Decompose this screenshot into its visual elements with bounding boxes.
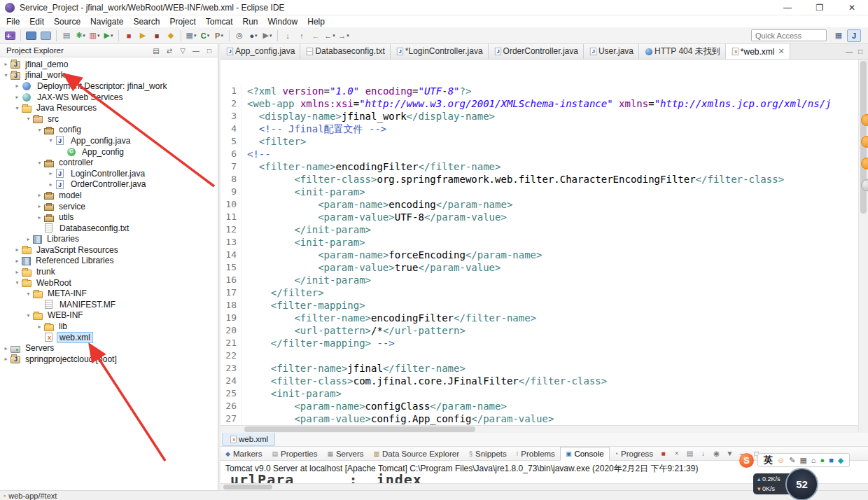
menu-navigate[interactable]: Navigate <box>85 17 128 27</box>
expand-arrow-icon[interactable]: ▸ <box>35 324 44 330</box>
tree-item-databaseconfig-txt[interactable]: Databaseconfig.txt <box>0 223 218 234</box>
collapse-arrow-icon[interactable]: ▾ <box>46 137 55 144</box>
menu-tomcat[interactable]: Tomcat <box>201 17 238 27</box>
code-line[interactable]: 23 <filter-name>jfinal</filter-name> <box>220 362 858 375</box>
code-line[interactable]: 1<?xml version="1.0" encoding="UTF-8"?> <box>220 85 858 97</box>
code-line[interactable]: 6<!-- <box>220 148 858 160</box>
editor-tab-user-java[interactable]: User.java <box>584 44 639 59</box>
minimize-view-icon[interactable]: — <box>190 46 202 56</box>
run-icon[interactable]: ▶▾ <box>102 29 115 41</box>
booster-score-widget[interactable]: 52 <box>785 468 818 500</box>
code-line[interactable]: 21 </filter-mapping> --> <box>220 337 858 349</box>
external-tools-icon[interactable]: ▶▾ <box>261 29 274 41</box>
keyboard-icon[interactable]: ▦ <box>799 456 806 465</box>
code-line[interactable]: 17 </filter> <box>220 286 858 299</box>
code-line[interactable]: 20 <url-pattern>/*</url-pattern> <box>220 324 858 337</box>
console-tab-servers[interactable]: ▦Servers <box>322 447 368 461</box>
code-line[interactable]: 13 <init-param> <box>220 236 858 249</box>
new-class-icon[interactable]: C▾ <box>199 29 211 41</box>
tree-item-servers[interactable]: ▸Servers <box>0 342 218 354</box>
code-line[interactable]: 15 <param-value>true</param-value> <box>220 261 858 274</box>
new-java-project-icon[interactable]: ▦▾ <box>185 29 197 41</box>
editor-bottom-tab[interactable]: web.xml <box>222 433 275 446</box>
code-line[interactable]: 14 <param-name>forceEncoding</param-name… <box>220 249 858 261</box>
new-package-icon[interactable]: P▾ <box>213 29 225 41</box>
tomcat-stop-icon[interactable]: ■ <box>150 29 163 41</box>
editor-tab-ordercontroller-java[interactable]: OrderController.java <box>489 44 584 59</box>
search-icon[interactable]: ●▾ <box>247 29 260 41</box>
code-line[interactable]: 8 <filter-class>org.springframework.web.… <box>220 173 858 186</box>
minimize-view-icon[interactable]: — <box>844 46 855 57</box>
back-icon[interactable]: ←▾ <box>323 29 336 41</box>
maximize-view-icon[interactable]: □ <box>204 46 215 56</box>
menu-run[interactable]: Run <box>238 17 263 27</box>
tomcat-start-icon[interactable]: ▶ <box>136 29 149 41</box>
tomcat-restart-icon[interactable]: ◆ <box>164 29 177 41</box>
next-annotation-icon[interactable]: ↓ <box>281 29 294 41</box>
expand-arrow-icon[interactable]: ▸ <box>1 356 10 362</box>
display-selected-console-icon[interactable]: ▼ <box>724 448 735 459</box>
previous-annotation-icon[interactable]: ↑ <box>295 29 308 41</box>
tree-item-meta-inf[interactable]: ▾META-INF <box>0 288 218 299</box>
save-icon[interactable] <box>26 32 36 40</box>
expand-arrow-icon[interactable]: ▸ <box>13 246 22 253</box>
code-line[interactable]: 24 <filter-class>com.jfinal.core.JFinalF… <box>220 375 858 387</box>
expand-arrow-icon[interactable]: ▸ <box>13 269 22 275</box>
tree-item-jfinal-work[interactable]: ▾jfinal_work <box>0 70 218 81</box>
open-type-icon[interactable]: ◎ <box>233 29 246 41</box>
handwriting-icon[interactable]: ✎ <box>789 456 795 465</box>
tree-item-javascript-resources[interactable]: ▸JavaScript Resources <box>0 244 218 256</box>
console-tab-properties[interactable]: ▤Properties <box>267 447 322 461</box>
forward-icon[interactable]: →▾ <box>337 29 350 41</box>
javaee-perspective-icon[interactable]: J <box>847 29 861 42</box>
blue-app-icon[interactable]: ■ <box>829 456 834 464</box>
console-tab-snippets[interactable]: §Snippets <box>464 447 512 461</box>
code-line[interactable]: 25 <init-param> <box>220 387 858 400</box>
menu-help[interactable]: Help <box>302 17 330 27</box>
tree-item-manifest-mf[interactable]: MANIFEST.MF <box>0 299 218 310</box>
tree-item-libraries[interactable]: ▸Libraries <box>0 234 218 245</box>
tree-item-src[interactable]: ▾src <box>0 113 218 125</box>
emoji-icon[interactable]: ☺ <box>777 456 785 464</box>
tree-item-config[interactable]: ▾config <box>0 125 218 136</box>
expand-arrow-icon[interactable]: ▸ <box>1 345 10 352</box>
editor-tab-web-xml[interactable]: *web.xml✕ <box>726 44 790 59</box>
collapse-arrow-icon[interactable]: ▾ <box>24 116 33 122</box>
menu-project[interactable]: Project <box>164 17 200 27</box>
tree-item-webroot[interactable]: ▾WebRoot <box>0 277 218 289</box>
console-tab-data-source-explorer[interactable]: ▥Data Source Explorer <box>369 447 464 461</box>
tree-item-jfinal-demo[interactable]: ▸jfinal_demo <box>0 59 218 70</box>
expand-arrow-icon[interactable]: ▸ <box>35 214 44 221</box>
expand-arrow-icon[interactable]: ▸ <box>46 181 55 188</box>
collapse-all-icon[interactable]: ▤ <box>150 46 162 56</box>
expand-arrow-icon[interactable]: ▸ <box>13 258 22 264</box>
close-button[interactable]: ✕ <box>836 0 868 15</box>
expand-arrow-icon[interactable]: ▸ <box>46 170 55 176</box>
tree-item-controller[interactable]: ▾controller <box>0 157 218 168</box>
code-line[interactable]: 16 </init-param> <box>220 274 858 286</box>
maximize-button[interactable]: ❐ <box>804 0 836 15</box>
code-line[interactable]: 19 <filter-name>encodingFilter</filter-n… <box>220 312 858 324</box>
tree-item-referenced-libraries[interactable]: ▸Referenced Libraries <box>0 256 218 267</box>
link-with-editor-icon[interactable]: ⇄ <box>164 46 175 56</box>
terminate-icon[interactable]: ■ <box>658 448 668 459</box>
tree-item-model[interactable]: ▸model <box>0 190 218 201</box>
h-scrollbar-thumb[interactable] <box>244 426 475 432</box>
save-all-icon[interactable] <box>41 32 51 40</box>
collapse-arrow-icon[interactable]: ▾ <box>1 72 10 78</box>
new-class-dropdown-icon[interactable]: ▾ <box>207 33 210 39</box>
external-tools-dropdown-icon[interactable]: ▾ <box>270 33 272 39</box>
back-dropdown-icon[interactable]: ▾ <box>332 33 335 39</box>
editor-h-scrollbar[interactable] <box>220 425 858 433</box>
forward-dropdown-icon[interactable]: ▾ <box>346 33 349 39</box>
last-edit-location-icon[interactable]: ← <box>309 29 322 41</box>
tree-item-web-inf[interactable]: ▾WEB-INF <box>0 310 218 321</box>
expand-arrow-icon[interactable]: ▸ <box>13 94 22 100</box>
coverage-icon[interactable]: ▥▾ <box>88 29 101 41</box>
toolbox-icon[interactable]: ⌂ <box>811 456 816 464</box>
tree-item-deployment-descriptor-jfinal-work[interactable]: ▸Deployment Descriptor: jfinal_work <box>0 81 218 92</box>
editor-tab-http-404[interactable]: HTTP 404 未找到 <box>639 44 726 59</box>
tree-item-jax-ws-web-services[interactable]: ▸JAX-WS Web Services <box>0 92 218 103</box>
tree-item-springprojectcloud-boot[interactable]: ▸springprojectcloud [boot] <box>0 354 218 365</box>
collapse-arrow-icon[interactable]: ▾ <box>13 279 22 286</box>
